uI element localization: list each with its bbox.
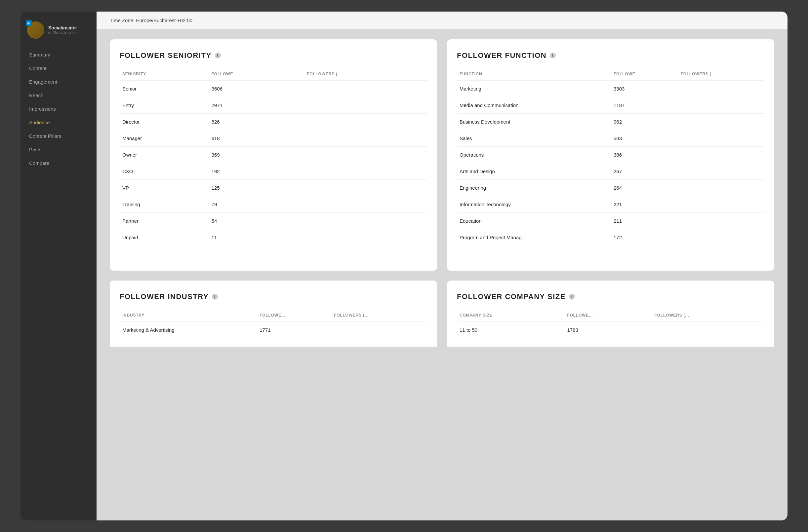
- function-label: Business Development: [457, 114, 611, 130]
- follower-function-card: FOLLOWER FUNCTION i FUNCTION FOLLOWE... …: [447, 39, 774, 271]
- table-row: Operations 386: [457, 147, 764, 163]
- sidebar-item-summary[interactable]: Summary: [24, 49, 93, 61]
- seniority-label: Manager: [120, 130, 209, 147]
- industry-info-icon[interactable]: i: [212, 294, 218, 300]
- function-count: 386: [611, 147, 678, 163]
- function-pct: [678, 130, 764, 147]
- function-label: Information Technology: [457, 196, 611, 213]
- seniority-pct: [304, 213, 427, 229]
- follower-industry-title: FOLLOWER INDUSTRY i: [120, 292, 427, 301]
- function-pct: [678, 114, 764, 130]
- function-label: Program and Project Manag...: [457, 229, 611, 246]
- function-info-icon[interactable]: i: [550, 53, 556, 58]
- function-label: Marketing: [457, 81, 611, 97]
- seniority-label: Director: [120, 114, 209, 130]
- table-row: Program and Project Manag... 172: [457, 229, 764, 246]
- app-container: in Socialinsider in /Socialinsider Summa…: [20, 12, 788, 520]
- seniority-label: Partner: [120, 213, 209, 229]
- sidebar: in Socialinsider in /Socialinsider Summa…: [20, 12, 96, 520]
- industry-col-header: INDUSTRY: [120, 310, 257, 322]
- seniority-pct: [304, 130, 427, 147]
- seniority-count: 125: [209, 180, 304, 196]
- industry-followers-header: FOLLOWE...: [257, 310, 331, 322]
- sidebar-item-posts[interactable]: Posts: [24, 144, 93, 156]
- function-count: 1187: [611, 97, 678, 114]
- seniority-count: 618: [209, 130, 304, 147]
- function-followers-header: FOLLOWE...: [611, 69, 678, 81]
- seniority-pct: [304, 196, 427, 213]
- seniority-label: Owner: [120, 147, 209, 163]
- function-pct: [678, 163, 764, 180]
- sidebar-item-audience[interactable]: Audience: [24, 116, 93, 129]
- industry-pct: [331, 322, 427, 338]
- function-label: Arts and Design: [457, 163, 611, 180]
- follower-seniority-card: FOLLOWER SENIORITY i SENIORITY FOLLOWE..…: [110, 39, 437, 271]
- sidebar-item-content-pillars[interactable]: Content Pillars: [24, 130, 93, 142]
- seniority-label: Unpaid: [120, 229, 209, 246]
- seniority-count: 54: [209, 213, 304, 229]
- seniority-label: Entry: [120, 97, 209, 114]
- sidebar-item-impressions[interactable]: Impressions: [24, 103, 93, 115]
- follower-industry-card: FOLLOWER INDUSTRY i INDUSTRY FOLLOWE... …: [110, 281, 437, 347]
- table-row: Training 79: [120, 196, 427, 213]
- seniority-pct: [304, 81, 427, 97]
- table-row: Senior 3606: [120, 81, 427, 97]
- function-count: 3303: [611, 81, 678, 97]
- seniority-count: 192: [209, 163, 304, 180]
- function-count: 172: [611, 229, 678, 246]
- seniority-pct: [304, 163, 427, 180]
- table-row: Media and Communication 1187: [457, 97, 764, 114]
- function-count: 264: [611, 180, 678, 196]
- table-row: Business Development 962: [457, 114, 764, 130]
- company-size-label: 11 to 50: [457, 322, 564, 338]
- timezone-label: Time Zone: Europe/Bucharest +02:00: [110, 18, 192, 23]
- seniority-info-icon[interactable]: i: [215, 53, 221, 58]
- seniority-pct: [304, 147, 427, 163]
- table-row: Engineering 264: [457, 180, 764, 196]
- function-pct: [678, 180, 764, 196]
- seniority-count: 11: [209, 229, 304, 246]
- industry-label: Marketing & Advertising: [120, 322, 257, 338]
- follower-company-size-card: FOLLOWER COMPANY SIZE i COMPANY SIZE FOL…: [447, 281, 774, 347]
- company-size-info-icon[interactable]: i: [569, 294, 575, 300]
- bottom-tables-row: FOLLOWER INDUSTRY i INDUSTRY FOLLOWE... …: [110, 281, 774, 347]
- function-count: 221: [611, 196, 678, 213]
- function-pct: [678, 147, 764, 163]
- table-row: Information Technology 221: [457, 196, 764, 213]
- sidebar-item-reach[interactable]: Reach: [24, 89, 93, 101]
- top-tables-row: FOLLOWER SENIORITY i SENIORITY FOLLOWE..…: [110, 39, 774, 271]
- main-content: Time Zone: Europe/Bucharest +02:00 FOLLO…: [96, 12, 788, 520]
- seniority-label: CXO: [120, 163, 209, 180]
- function-pct: [678, 97, 764, 114]
- industry-table: INDUSTRY FOLLOWE... FOLLOWERS (... Marke…: [120, 310, 427, 338]
- function-table: FUNCTION FOLLOWE... FOLLOWERS (... Marke…: [457, 69, 764, 246]
- seniority-count: 79: [209, 196, 304, 213]
- profile-info: Socialinsider in /Socialinsider: [48, 25, 77, 35]
- seniority-followers-header: FOLLOWE...: [209, 69, 304, 81]
- seniority-count: 3606: [209, 81, 304, 97]
- function-pct: [678, 196, 764, 213]
- function-pct-header: FOLLOWERS (...: [678, 69, 764, 81]
- function-count: 962: [611, 114, 678, 130]
- sidebar-item-content[interactable]: Content: [24, 62, 93, 74]
- sidebar-item-compare[interactable]: Compare: [24, 157, 93, 169]
- table-row: Director 826: [120, 114, 427, 130]
- function-pct: [678, 229, 764, 246]
- seniority-pct-header: FOLLOWERS (...: [304, 69, 427, 81]
- table-row: CXO 192: [120, 163, 427, 180]
- company-size-col-header: COMPANY SIZE: [457, 310, 564, 322]
- profile-handle: in /Socialinsider: [48, 31, 77, 35]
- follower-function-title: FOLLOWER FUNCTION i: [457, 51, 764, 60]
- company-size-followers-header: FOLLOWE...: [564, 310, 651, 322]
- content-area: FOLLOWER SENIORITY i SENIORITY FOLLOWE..…: [96, 30, 788, 520]
- company-size-pct-header: FOLLOWERS (...: [651, 310, 764, 322]
- profile-name: Socialinsider: [48, 25, 77, 31]
- seniority-count: 369: [209, 147, 304, 163]
- table-row: Unpaid 11: [120, 229, 427, 246]
- function-label: Sales: [457, 130, 611, 147]
- company-size-table: COMPANY SIZE FOLLOWE... FOLLOWERS (... 1…: [457, 310, 764, 338]
- table-row: Sales 503: [457, 130, 764, 147]
- sidebar-item-engagement[interactable]: Engagement: [24, 76, 93, 88]
- industry-pct-header: FOLLOWERS (...: [331, 310, 427, 322]
- function-count: 211: [611, 213, 678, 229]
